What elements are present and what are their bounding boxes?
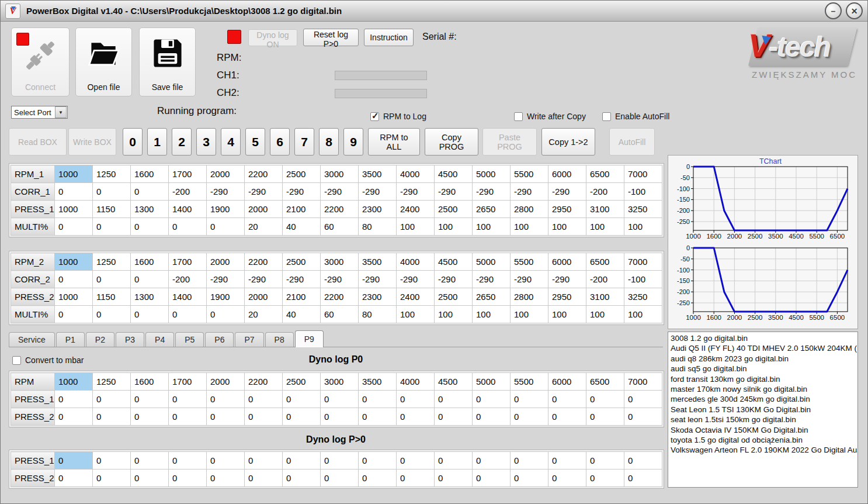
grid-cell[interactable]: 2000 [207, 165, 245, 183]
file-item[interactable]: audi q8 286km 2023 go digital.bin [671, 354, 857, 364]
file-item[interactable]: Seat Leon 1.5 TSI 130KM Go Digital.bin [671, 405, 857, 415]
grid-cell[interactable]: 0 [207, 452, 245, 470]
grid-cell[interactable]: 2950 [548, 288, 586, 306]
grid-cell[interactable]: 2500 [283, 253, 321, 271]
grid-cell[interactable]: -290 [359, 183, 397, 201]
enable-autofill-checkbox-box[interactable] [602, 112, 611, 121]
rpm-to-all-button[interactable]: RPM to ALL [368, 128, 420, 156]
grid-cell[interactable]: 2300 [359, 201, 397, 218]
save-file-button[interactable]: Save file [139, 27, 196, 96]
grid-cell[interactable]: -290 [283, 183, 321, 201]
grid-cell[interactable]: 2950 [548, 201, 586, 218]
grid-cell[interactable]: 0 [55, 408, 93, 426]
grid-cell[interactable]: 3000 [321, 373, 359, 391]
grid-cell[interactable]: 80 [359, 306, 397, 323]
grid-cell[interactable]: -290 [473, 183, 511, 201]
grid-cell[interactable]: 0 [283, 391, 321, 408]
tab-p6[interactable]: P6 [205, 332, 234, 347]
grid-cell[interactable]: 0 [624, 452, 662, 470]
grid-cell[interactable]: 100 [473, 306, 511, 323]
grid-cell[interactable]: 0 [55, 452, 93, 470]
grid-cell[interactable]: 0 [93, 408, 131, 426]
grid-cell[interactable]: 0 [245, 408, 283, 426]
grid-cell[interactable]: 100 [473, 218, 511, 236]
file-item[interactable]: ford transit 130km go digital.bin [671, 374, 857, 384]
grid-cell[interactable]: 0 [55, 183, 93, 201]
grid-cell[interactable]: 6500 [586, 165, 624, 183]
file-item[interactable]: Volkswagen Arteon FL 2.0 190KM 2022 Go D… [671, 445, 857, 455]
grid-cell[interactable]: 2000 [245, 201, 283, 218]
grid-cell[interactable]: 60 [321, 306, 359, 323]
grid-cell[interactable]: 0 [283, 452, 321, 470]
grid-cell[interactable]: -290 [548, 183, 586, 201]
grid-cell[interactable]: 1000 [55, 165, 93, 183]
grid-cell[interactable]: 4500 [435, 165, 473, 183]
grid-cell[interactable]: 6500 [586, 253, 624, 271]
grid-cell[interactable]: 4500 [435, 373, 473, 391]
grid-cell[interactable]: 2300 [359, 288, 397, 306]
grid-cell[interactable]: 3100 [586, 288, 624, 306]
grid-cell[interactable]: 100 [435, 306, 473, 323]
grid-cell[interactable]: 2400 [397, 288, 435, 306]
grid-cell[interactable]: 0 [245, 470, 283, 487]
grid-cell[interactable]: 2200 [321, 201, 359, 218]
file-item[interactable]: audi sq5 go digital.bin [671, 364, 857, 374]
grid-cell[interactable]: 0 [131, 408, 169, 426]
grid-cell[interactable]: -290 [359, 271, 397, 288]
grid-cell[interactable]: 0 [55, 470, 93, 487]
grid-cell[interactable]: -200 [586, 271, 624, 288]
tab-p5[interactable]: P5 [175, 332, 204, 347]
grid-cell[interactable]: 1600 [131, 165, 169, 183]
digit-button-4[interactable]: 4 [221, 128, 241, 156]
grid-cell[interactable]: 0 [397, 391, 435, 408]
grid-cell[interactable]: 100 [397, 306, 435, 323]
grid-cell[interactable]: 0 [359, 470, 397, 487]
grid-cell[interactable]: 0 [169, 408, 207, 426]
grid-cell[interactable]: 0 [473, 408, 511, 426]
grid-cell[interactable]: 100 [435, 218, 473, 236]
grid-cell[interactable]: 2800 [511, 201, 548, 218]
grid-cell[interactable]: 1150 [93, 288, 131, 306]
grid-cell[interactable]: 4000 [397, 253, 435, 271]
tab-p4[interactable]: P4 [145, 332, 174, 347]
copy-prog-button[interactable]: Copy PROG [425, 128, 478, 156]
grid-cell[interactable]: 3100 [586, 201, 624, 218]
grid-cell[interactable]: 1400 [169, 288, 207, 306]
grid-cell[interactable]: 0 [624, 470, 662, 487]
tab-p3[interactable]: P3 [116, 332, 144, 347]
copy-1-to-2-button[interactable]: Copy 1->2 [541, 128, 595, 156]
grid-cell[interactable]: 0 [321, 452, 359, 470]
grid-cell[interactable]: -290 [245, 183, 283, 201]
grid-cell[interactable]: 1000 [55, 373, 93, 391]
grid-cell[interactable]: -290 [435, 183, 473, 201]
grid-cell[interactable]: 2500 [283, 373, 321, 391]
grid-cell[interactable]: 0 [548, 391, 586, 408]
grid-cell[interactable]: 0 [93, 271, 131, 288]
grid-cell[interactable]: 0 [207, 306, 245, 323]
grid-cell[interactable]: 0 [359, 452, 397, 470]
file-item[interactable]: Skoda Octavia IV 150KM Go Digital.bin [671, 425, 857, 435]
grid-cell[interactable]: 0 [397, 452, 435, 470]
grid-cell[interactable]: -290 [207, 271, 245, 288]
grid-cell[interactable]: 0 [511, 391, 548, 408]
grid-cell[interactable]: 0 [435, 470, 473, 487]
rpm-to-log-checkbox[interactable]: RPM to Log [370, 112, 426, 121]
digit-button-5[interactable]: 5 [245, 128, 265, 156]
grid-cell[interactable]: 0 [93, 391, 131, 408]
grid-cell[interactable]: 0 [397, 408, 435, 426]
grid-cell[interactable]: 0 [131, 218, 169, 236]
grid-cell[interactable]: 2200 [245, 165, 283, 183]
grid-cell[interactable]: 0 [131, 183, 169, 201]
grid-cell[interactable]: 0 [624, 408, 662, 426]
grid-cell[interactable]: -290 [321, 271, 359, 288]
grid-cell[interactable]: 100 [624, 218, 662, 236]
digit-button-1[interactable]: 1 [147, 128, 167, 156]
grid-cell[interactable]: 0 [207, 470, 245, 487]
grid-cell[interactable]: 100 [548, 306, 586, 323]
grid-cell[interactable]: 0 [321, 470, 359, 487]
grid-cell[interactable]: 0 [511, 452, 548, 470]
digit-button-6[interactable]: 6 [270, 128, 290, 156]
grid-cell[interactable]: 1150 [93, 201, 131, 218]
file-item[interactable]: master 170km nowy silnik go digital.bin [671, 384, 857, 394]
file-item[interactable]: Audi Q5 II (FY FL) 40 TDI MHEV 2.0 150kW… [671, 343, 857, 353]
